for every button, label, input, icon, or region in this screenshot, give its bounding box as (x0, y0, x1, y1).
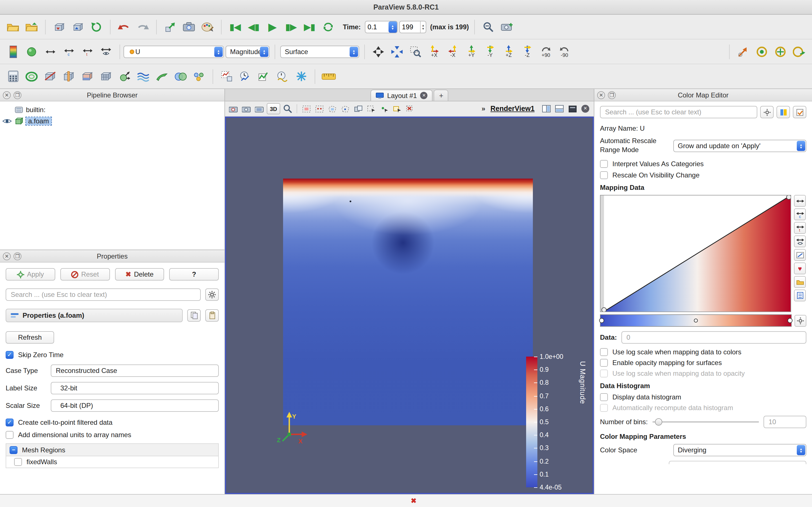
save-state-icon[interactable] (69, 18, 86, 36)
threshold-icon[interactable] (79, 67, 96, 86)
timeline-capture-icon[interactable] (254, 103, 265, 114)
skip-zero-time-checkbox[interactable] (6, 351, 13, 359)
select-points-rect-icon[interactable] (313, 103, 325, 114)
load-state-icon[interactable] (51, 18, 68, 36)
undock-panel-icon[interactable]: ❐ (13, 91, 21, 99)
gradient-handle-max[interactable] (788, 318, 793, 323)
save-data-icon[interactable] (23, 18, 40, 36)
render-view-name[interactable]: RenderView1 (490, 105, 535, 113)
show-orientation-axes-icon[interactable] (753, 43, 770, 61)
bins-value-field[interactable]: 10 (763, 416, 806, 428)
plot-selection-over-time-icon[interactable] (218, 67, 235, 86)
transfer-function-editor[interactable] (600, 195, 791, 312)
tf-rescale-range-icon[interactable] (794, 195, 806, 207)
pick-center-icon[interactable] (735, 43, 752, 61)
cavity-flow-surface[interactable] (283, 179, 533, 425)
paste-properties-icon[interactable] (205, 309, 219, 322)
gradient-handle-mid[interactable] (694, 319, 698, 323)
capture-camera-plus-icon[interactable] (498, 18, 515, 36)
frame-input[interactable] (400, 21, 420, 33)
contour-icon[interactable] (23, 67, 40, 86)
show-center-axes-icon[interactable] (772, 43, 789, 61)
log-scale-colors-checkbox[interactable] (600, 348, 608, 356)
frame-steppers[interactable]: ▴▾ (420, 21, 426, 33)
rotate-90-cw-icon[interactable]: -90 (556, 43, 573, 61)
temporal-interpolator-icon[interactable] (293, 67, 310, 86)
abort-progress-icon[interactable]: ✖ (409, 497, 418, 505)
interactive-select-cells-icon[interactable] (365, 103, 377, 114)
play-icon[interactable]: ▶ (264, 18, 281, 36)
render-viewport[interactable]: 1.0e+00 0.9 0.8 0.7 0.6 0.5 0.4 0.3 0.2 … (225, 117, 594, 494)
tab-layout-1[interactable]: Layout #1 ✕ (370, 90, 433, 101)
extract-selection-icon[interactable] (255, 67, 272, 86)
color-legend-icon[interactable] (4, 43, 21, 61)
first-frame-icon[interactable]: ▮◀ (227, 18, 244, 36)
opacity-mapping-checkbox[interactable] (600, 359, 608, 367)
close-panel-icon[interactable]: ✕ (3, 252, 11, 260)
maximize-view-icon[interactable] (567, 103, 578, 114)
calculator-icon[interactable] (4, 67, 21, 86)
plot-over-time-icon[interactable] (237, 67, 254, 86)
close-tab-icon[interactable]: ✕ (420, 92, 428, 99)
split-horizontal-icon[interactable] (541, 103, 552, 114)
select-cells-rect-icon[interactable] (301, 103, 312, 114)
clear-selection-icon[interactable] (404, 103, 416, 114)
frame-spinbox[interactable]: ▴▾ (399, 20, 426, 33)
split-vertical-icon[interactable] (554, 103, 565, 114)
rescale-temporal-range-icon[interactable]: t (79, 43, 96, 61)
rescale-mode-combo[interactable]: Grow and update on 'Apply' ▴▾ (673, 139, 806, 152)
rescale-visible-range-icon[interactable] (98, 43, 114, 61)
capture-animation-icon[interactable] (241, 103, 252, 114)
add-tab-button[interactable]: + (434, 90, 449, 101)
properties-section-bar[interactable]: Properties (a.foam) (6, 309, 183, 322)
camera-plus-y-icon[interactable]: +Y (463, 43, 480, 61)
tf-save-preset-icon[interactable] (794, 276, 806, 288)
title-bar[interactable]: ParaView 5.8.0-RC1 (0, 0, 812, 15)
representation-combo[interactable]: Surface ▴▾ (280, 45, 359, 58)
component-combo[interactable]: Magnitude ▴▾ (225, 45, 269, 58)
rescale-custom-range-icon[interactable]: c (60, 43, 77, 61)
toggle-3d-button[interactable]: 3D (267, 103, 280, 114)
tf-choose-preset-icon[interactable] (794, 290, 806, 301)
select-cells-polygon-icon[interactable] (326, 103, 338, 114)
data-field[interactable]: 0 (621, 331, 806, 344)
tf-invert-icon[interactable] (794, 249, 806, 261)
label-size-combo[interactable]: 32-bit (51, 382, 219, 394)
render-view-indicator-icon[interactable] (776, 106, 790, 118)
reset-button[interactable]: Reset (60, 268, 110, 281)
rotate-90-ccw-icon[interactable]: +90 (538, 43, 554, 61)
interactive-select-points-icon[interactable] (378, 103, 390, 114)
extract-subset-icon[interactable] (98, 67, 114, 86)
color-space-combo[interactable]: Diverging ▴▾ (673, 444, 806, 456)
color-array-combo[interactable]: U ▴▾ (123, 45, 224, 58)
ruler-icon[interactable] (320, 67, 337, 86)
last-frame-icon[interactable]: ▶▮ (301, 18, 318, 36)
stream-tracer-icon[interactable] (135, 67, 152, 86)
tf-rescale-custom-icon[interactable]: c (794, 209, 806, 220)
group-datasets-icon[interactable] (172, 67, 189, 86)
zoom-to-data-icon[interactable] (389, 43, 405, 61)
search-options-gear-icon[interactable] (205, 288, 219, 301)
apply-changes-icon[interactable] (162, 18, 179, 36)
reset-center-icon[interactable] (791, 43, 808, 61)
zoom-box-icon[interactable] (282, 103, 293, 114)
extract-block-icon[interactable] (191, 67, 207, 86)
toolbar-overflow-chevron[interactable]: » (481, 105, 485, 113)
cell-to-point-checkbox[interactable] (6, 418, 13, 427)
close-panel-icon[interactable]: ✕ (597, 91, 605, 99)
pipeline-item-label[interactable]: a.foam (26, 117, 51, 125)
select-points-polygon-icon[interactable] (340, 103, 351, 114)
add-units-checkbox[interactable] (6, 431, 13, 439)
color-gradient-bar[interactable] (600, 314, 792, 327)
bins-slider[interactable] (652, 421, 759, 422)
tf-favorites-icon[interactable]: ♥ (794, 263, 806, 274)
glyph-icon[interactable] (116, 67, 133, 86)
pipeline-item-afoam[interactable]: a.foam (2, 115, 222, 127)
time-value-input[interactable] (365, 21, 389, 33)
color-palette-icon[interactable] (199, 18, 216, 36)
next-frame-icon[interactable]: ▮▶ (283, 18, 299, 36)
time-value-spinbox[interactable]: ▴▾ (365, 20, 398, 33)
warp-by-vector-icon[interactable] (153, 67, 170, 86)
plot-data-over-time-icon[interactable] (274, 67, 291, 86)
cme-options-gear-icon[interactable] (760, 106, 774, 118)
